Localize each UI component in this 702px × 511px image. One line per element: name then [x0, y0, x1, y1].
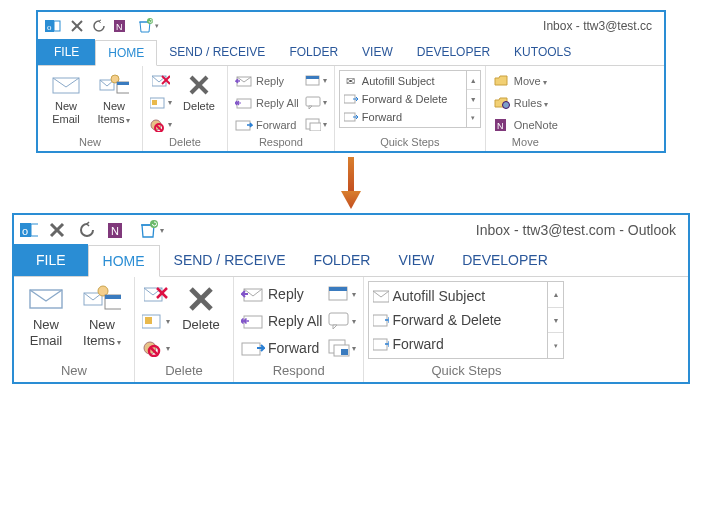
svg-rect-29	[306, 97, 320, 106]
undo-icon[interactable]	[72, 217, 102, 243]
onenote-icon: N	[493, 117, 511, 133]
onenote-qat-icon[interactable]: N	[110, 15, 132, 37]
svg-rect-76	[373, 339, 387, 350]
svg-point-35	[502, 102, 509, 109]
svg-text:o: o	[22, 225, 28, 237]
delete-button[interactable]: Delete	[175, 70, 223, 113]
tab-home[interactable]: HOME	[88, 245, 160, 277]
svg-rect-73	[341, 349, 348, 355]
reply-all-button[interactable]: Reply All	[235, 93, 299, 112]
group-quick-steps: ✉Autofill Subject Forward & Delete Forwa…	[335, 66, 486, 151]
svg-rect-75	[373, 315, 387, 326]
qs-item[interactable]: Forward & Delete	[371, 308, 545, 332]
svg-rect-18	[152, 100, 157, 105]
group-label-quicksteps: Quick Steps	[339, 134, 481, 151]
group-label-quicksteps: Quick Steps	[368, 360, 564, 382]
new-items-button[interactable]: New Items	[74, 281, 130, 351]
new-items-icon	[83, 283, 121, 315]
gallery-scroll[interactable]: ▲▼▾	[467, 70, 481, 128]
undo-icon[interactable]	[88, 15, 110, 37]
svg-rect-42	[31, 224, 38, 236]
delete-icon[interactable]	[66, 15, 88, 37]
tab-send-receive[interactable]: SEND / RECEIVE	[157, 39, 277, 65]
x-icon	[182, 283, 220, 315]
qs-item[interactable]: Forward	[341, 108, 465, 126]
tab-file[interactable]: FILE	[14, 244, 88, 276]
junk-icon[interactable]	[142, 336, 170, 360]
im-icon[interactable]	[305, 93, 327, 112]
tab-folder[interactable]: FOLDER	[300, 244, 385, 276]
qs-item[interactable]: Autofill Subject	[371, 284, 545, 308]
ribbon-tabs: FILE HOME SEND / RECEIVE FOLDER VIEW DEV…	[14, 245, 688, 277]
gallery-scroll[interactable]: ▲▼▾	[548, 281, 564, 359]
group-delete: Delete Delete	[143, 66, 228, 151]
empty-deleted-icon[interactable]: ▾	[132, 15, 162, 37]
rules-button[interactable]: Rules	[493, 93, 558, 112]
group-quick-steps: Autofill Subject Forward & Delete Forwar…	[364, 277, 568, 382]
forward-icon	[343, 94, 359, 104]
meeting-icon[interactable]	[305, 71, 327, 90]
cleanup-icon[interactable]	[150, 93, 172, 112]
reply-all-button[interactable]: Reply All	[241, 309, 322, 333]
tab-view[interactable]: VIEW	[350, 39, 405, 65]
tab-folder[interactable]: FOLDER	[277, 39, 350, 65]
group-label-delete: Delete	[139, 360, 229, 382]
junk-icon[interactable]	[150, 115, 172, 134]
svg-rect-58	[145, 317, 152, 324]
group-label-respond: Respond	[232, 134, 330, 151]
svg-rect-68	[329, 287, 347, 291]
outlook-window-small: o N ▾ Inbox - ttw3@test.cc FILE HOME SEN…	[36, 10, 666, 153]
tab-send-receive[interactable]: SEND / RECEIVE	[160, 244, 300, 276]
im-icon[interactable]	[328, 309, 356, 333]
new-items-button[interactable]: New Items	[90, 70, 138, 127]
tab-home[interactable]: HOME	[95, 40, 157, 66]
new-email-button[interactable]: New Email	[42, 70, 90, 126]
svg-rect-28	[306, 76, 319, 79]
new-email-button[interactable]: New Email	[18, 281, 74, 349]
group-new: New Email New Items New	[14, 277, 135, 382]
empty-deleted-icon[interactable]: ▾	[132, 217, 168, 243]
tab-developer[interactable]: DEVELOPER	[448, 244, 562, 276]
qs-item[interactable]: Forward	[371, 332, 545, 356]
quick-steps-gallery[interactable]: Autofill Subject Forward & Delete Forwar…	[368, 281, 564, 359]
title-bar: o N ▾ Inbox - ttw3@test.cc	[38, 12, 664, 40]
tab-file[interactable]: FILE	[38, 39, 95, 65]
forward-button[interactable]: Forward	[241, 336, 322, 360]
svg-rect-69	[329, 313, 348, 325]
onenote-qat-icon[interactable]: N	[102, 217, 132, 243]
reply-all-icon	[241, 311, 265, 331]
group-respond: Reply Reply All Forward Respond	[234, 277, 364, 382]
ribbon: New Email New Items New Delete	[14, 277, 688, 382]
ignore-icon[interactable]	[150, 71, 172, 90]
onenote-button[interactable]: NOneNote	[493, 115, 558, 134]
cleanup-icon[interactable]	[142, 309, 170, 333]
group-delete: Delete Delete	[135, 277, 234, 382]
move-button[interactable]: Move	[493, 71, 558, 90]
tab-kutools[interactable]: KUTOOLS	[502, 39, 583, 65]
meeting-icon[interactable]	[328, 282, 356, 306]
ribbon-tabs: FILE HOME SEND / RECEIVE FOLDER VIEW DEV…	[38, 40, 664, 66]
reply-icon	[241, 284, 265, 304]
forward-button[interactable]: Forward	[235, 115, 299, 134]
folder-move-icon	[493, 73, 511, 89]
outlook-app-icon: o	[44, 17, 62, 35]
reply-button[interactable]: Reply	[235, 71, 299, 90]
forward-icon	[343, 112, 359, 122]
qs-item[interactable]: ✉Autofill Subject	[341, 72, 465, 90]
qs-item[interactable]: Forward & Delete	[341, 90, 465, 108]
reply-all-icon	[235, 95, 253, 111]
ignore-icon[interactable]	[142, 282, 170, 306]
reply-icon	[235, 73, 253, 89]
window-title: Inbox - ttw3@test.com - Outlook	[168, 222, 682, 238]
forward-icon	[373, 338, 389, 351]
reply-button[interactable]: Reply	[241, 282, 322, 306]
more-respond-icon[interactable]	[305, 115, 327, 134]
tab-view[interactable]: VIEW	[384, 244, 448, 276]
tab-developer[interactable]: DEVELOPER	[405, 39, 502, 65]
envelope-icon	[27, 283, 65, 315]
quick-steps-gallery[interactable]: ✉Autofill Subject Forward & Delete Forwa…	[339, 70, 481, 128]
outlook-window-large: o N ▾ Inbox - ttw3@test.com - Outlook FI…	[12, 213, 690, 384]
delete-icon[interactable]	[42, 217, 72, 243]
delete-button[interactable]: Delete	[173, 281, 229, 333]
more-respond-icon[interactable]	[328, 336, 356, 360]
